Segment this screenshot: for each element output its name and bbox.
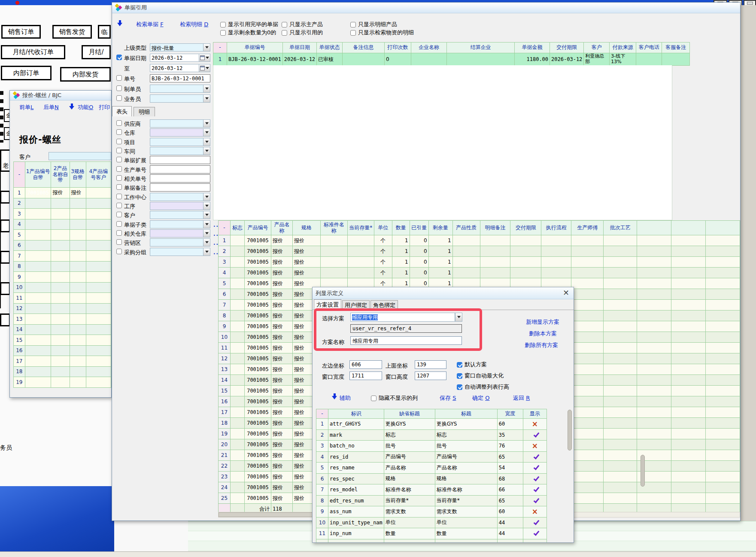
detail-table-col-header[interactable]: 明细备注: [480, 221, 510, 235]
search-docs-link[interactable]: 检索单据 F: [136, 21, 164, 28]
combo-arrow[interactable]: [203, 248, 210, 256]
customer-input[interactable]: [49, 152, 111, 160]
detail-table-col-header[interactable]: 交付期限: [510, 221, 541, 235]
quote-row[interactable]: 6: [14, 240, 111, 251]
scheme-combo-arrow[interactable]: [455, 313, 462, 322]
filter-combobox[interactable]: [150, 147, 210, 155]
combo-arrow[interactable]: [203, 95, 210, 102]
doc-table-col-header[interactable]: 交付期限: [550, 43, 584, 53]
combo-arrow[interactable]: [203, 147, 210, 155]
filter-text-input[interactable]: [150, 183, 210, 192]
quote-row[interactable]: 18: [14, 366, 111, 377]
scheme-combobox[interactable]: 维应用专用: [350, 313, 455, 322]
filter-combobox[interactable]: [150, 119, 210, 128]
column-row[interactable]: 6res_spec规格规格68: [316, 473, 547, 484]
quote-row[interactable]: 5: [14, 230, 111, 240]
column-table-col-header[interactable]: 显示: [523, 409, 547, 419]
combo-arrow[interactable]: [203, 85, 210, 92]
doc-row[interactable]: 1BJB-26-03-12-00012026-03-12已审核01180.002…: [213, 53, 690, 66]
filter-date-input[interactable]: 2026-03-12: [150, 64, 210, 72]
column-table-col-header[interactable]: 宽度: [497, 409, 523, 419]
checkbox-icon[interactable]: [350, 22, 356, 27]
filter-combobox[interactable]: [150, 248, 210, 256]
column-row[interactable]: 9ass_num需求支数需求支数60×: [316, 506, 547, 517]
filter-checkbox[interactable]: [116, 166, 122, 172]
filter-checkbox[interactable]: [116, 157, 122, 162]
window-width-input[interactable]: 1711: [349, 371, 382, 380]
delete-scheme-link[interactable]: 删除本方案: [529, 330, 557, 338]
checkbox-icon[interactable]: [457, 362, 462, 368]
doc-table-col-header[interactable]: 单据状态: [317, 43, 343, 53]
column-row[interactable]: 8edt_res_num当前存量*当前存量*65: [316, 495, 547, 506]
doc-table-col-header[interactable]: 打印次数: [385, 43, 411, 53]
column-row[interactable]: 10inp_unit_type_nam单位单位44: [316, 517, 547, 528]
detail-table-col-header[interactable]: 当前存量*: [347, 221, 374, 235]
detail-table-col-header[interactable]: 数量: [392, 221, 410, 235]
combo-arrow[interactable]: [203, 230, 210, 237]
bg-button-5[interactable]: 内部订单: [1, 66, 52, 80]
filter-text-input[interactable]: [150, 174, 210, 183]
column-row[interactable]: 11inp_num数量数量44: [316, 528, 547, 539]
hscroll-thumb[interactable]: [219, 512, 313, 517]
quote-row[interactable]: 17: [14, 356, 111, 367]
checkbox-icon[interactable]: [457, 373, 462, 379]
menu-next-doc[interactable]: 后单N: [43, 103, 59, 111]
quote-table-col-header[interactable]: -: [14, 162, 25, 188]
tab-role-binding[interactable]: 角色绑定: [370, 300, 398, 310]
checkbox-icon[interactable]: [457, 384, 462, 390]
menu-print[interactable]: 打印: [99, 103, 110, 111]
top-coord-input[interactable]: 139: [415, 360, 446, 369]
quote-table-col-header[interactable]: 4产品编号客户: [86, 162, 111, 188]
detail-table-col-header[interactable]: 产品编号: [244, 221, 271, 235]
dialog-vscroll-thumb[interactable]: [568, 410, 572, 450]
checkbox-icon[interactable]: [371, 396, 376, 401]
filter-checkbox[interactable]: [116, 148, 122, 153]
quote-row[interactable]: 16: [14, 345, 111, 356]
detail-table-col-header[interactable]: [705, 221, 740, 235]
checkbox-icon[interactable]: [220, 22, 226, 27]
filter-checkbox[interactable]: [116, 249, 122, 254]
dialog-checkbox-1[interactable]: 窗口自动最大化: [457, 372, 504, 380]
detail-table-col-header[interactable]: 执行流程: [541, 221, 571, 235]
window-height-input[interactable]: 1207: [415, 371, 446, 380]
quote-row[interactable]: 3: [14, 209, 111, 219]
filter-checkbox[interactable]: [116, 221, 122, 227]
tab-user-binding[interactable]: 用户绑定: [342, 300, 370, 310]
quote-row[interactable]: 14: [14, 324, 111, 335]
quote-row[interactable]: 4: [14, 219, 111, 230]
filter-checkbox[interactable]: [116, 175, 122, 181]
combo-arrow[interactable]: [203, 120, 210, 127]
filter-combobox[interactable]: [150, 138, 210, 146]
detail-table-col-header[interactable]: [637, 221, 671, 235]
bg-button-3[interactable]: 月结/代收订单: [1, 45, 65, 59]
aux-link[interactable]: 辅助: [340, 394, 351, 402]
dialog-checkbox-2[interactable]: 自动调整列表行高: [457, 383, 509, 391]
option-checkbox-4[interactable]: 只显示明细产品: [350, 21, 397, 28]
calendar-icon[interactable]: [199, 64, 210, 72]
tab-detail[interactable]: 明细: [134, 107, 155, 116]
checkbox-icon[interactable]: [282, 30, 287, 36]
doc-table-col-header[interactable]: 企业名称: [411, 43, 447, 53]
combo-arrow[interactable]: [203, 138, 210, 146]
filter-combobox[interactable]: [150, 193, 210, 201]
combo-arrow[interactable]: [203, 129, 210, 136]
detail-table-col-header[interactable]: 单位: [374, 221, 392, 235]
quote-table-col-header[interactable]: 2产品名称自带: [51, 162, 70, 188]
doc-table-col-header[interactable]: 单据日期: [282, 43, 316, 53]
doc-table-col-header[interactable]: 结算企业: [447, 43, 515, 53]
column-table-col-header[interactable]: 缺省标题: [384, 409, 435, 419]
filter-date-input[interactable]: 2026-03-12: [150, 54, 210, 62]
option-checkbox-3[interactable]: 只显示引用的: [282, 29, 323, 37]
filter-checkbox[interactable]: [116, 129, 122, 135]
aux-arrow-icon[interactable]: [332, 393, 337, 400]
detail-table-col-header[interactable]: 标准件名称: [320, 221, 347, 235]
dialog-checkbox-0[interactable]: 默认方案: [457, 361, 487, 368]
function-arrow-icon[interactable]: [69, 103, 75, 110]
filter-checkbox[interactable]: [116, 230, 122, 236]
filter-checkbox[interactable]: [116, 203, 122, 208]
combo-arrow[interactable]: [203, 44, 210, 51]
doc-table-col-header[interactable]: -: [213, 43, 227, 53]
checkbox-icon[interactable]: [220, 30, 226, 36]
column-row[interactable]: 3batch_no批号批号76×: [316, 441, 547, 452]
scheme-name-input[interactable]: 维应用专用: [350, 336, 462, 345]
